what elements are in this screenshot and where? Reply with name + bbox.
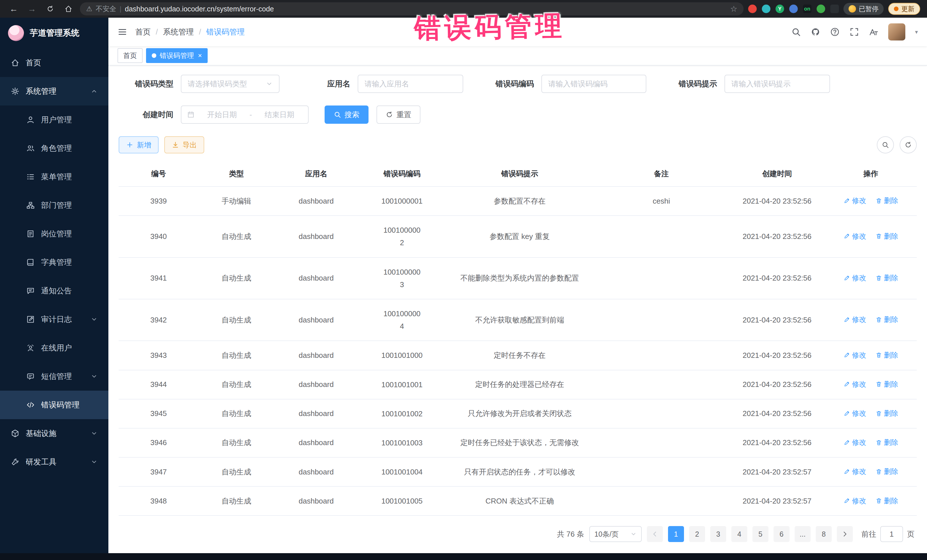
error-code-input[interactable] xyxy=(541,75,646,93)
fullscreen-icon[interactable] xyxy=(849,27,859,37)
extension-icon-green-y[interactable]: Y xyxy=(775,5,784,13)
table-header-row: 编号类型应用名错误码编码错误码提示备注创建时间操作 xyxy=(119,161,917,187)
edit-link[interactable]: 修改 xyxy=(843,408,866,418)
pager-page-2[interactable]: 2 xyxy=(689,526,705,542)
show-search-button[interactable] xyxy=(877,136,894,153)
sidebar-item-dept[interactable]: 部门管理 xyxy=(0,191,108,220)
address-bar[interactable]: ⚠ 不安全 | dashboard.yudao.iocoder.cn/syste… xyxy=(80,2,744,15)
delete-link[interactable]: 删除 xyxy=(875,438,898,447)
pager-page-8[interactable]: 8 xyxy=(816,526,832,542)
edit-link[interactable]: 修改 xyxy=(843,438,866,447)
edit-link[interactable]: 修改 xyxy=(843,315,866,324)
browser-reload-icon[interactable] xyxy=(43,5,57,13)
cell-code: 100100000 3 xyxy=(358,258,446,299)
extension-icon-dark-pin[interactable] xyxy=(830,5,839,13)
breadcrumb-item[interactable]: 错误码管理 xyxy=(206,27,245,37)
sidebar-item-system[interactable]: 系统管理 xyxy=(0,77,108,106)
bookmark-star-icon[interactable]: ☆ xyxy=(730,4,737,14)
delete-link[interactable]: 删除 xyxy=(875,379,898,389)
edit-link[interactable]: 修改 xyxy=(843,232,866,241)
sidebar-item-role[interactable]: 角色管理 xyxy=(0,134,108,162)
tab-error-code[interactable]: 错误码管理× xyxy=(146,48,208,63)
search-button[interactable]: 搜索 xyxy=(325,106,369,124)
error-type-select[interactable]: 请选择错误码类型 xyxy=(181,75,280,93)
pager-page-1[interactable]: 1 xyxy=(668,526,684,542)
sidebar-item-menu[interactable]: 菜单管理 xyxy=(0,162,108,191)
pager-prev-button[interactable] xyxy=(647,526,663,542)
extension-icon-green-dot[interactable] xyxy=(817,5,825,13)
avatar-caret-icon[interactable]: ▾ xyxy=(915,29,918,35)
sidebar-item-home[interactable]: 首页 xyxy=(0,49,108,77)
delete-link[interactable]: 删除 xyxy=(875,273,898,282)
delete-link[interactable]: 删除 xyxy=(875,196,898,205)
hamburger-icon[interactable] xyxy=(117,27,127,37)
pager-more[interactable]: ... xyxy=(795,526,811,542)
pager-page-5[interactable]: 5 xyxy=(752,526,768,542)
pager-next-button[interactable] xyxy=(837,526,853,542)
trash-icon xyxy=(875,497,882,504)
cell-code: 1001001001 xyxy=(358,370,446,399)
delete-link[interactable]: 删除 xyxy=(875,315,898,324)
sidebar-item-notice[interactable]: 通知公告 xyxy=(0,276,108,305)
trash-icon xyxy=(875,381,882,387)
delete-link[interactable]: 删除 xyxy=(875,232,898,241)
extension-icon-blue-grid[interactable] xyxy=(789,5,798,13)
sidebar-item-error-code[interactable]: 错误码管理 xyxy=(0,391,108,419)
sidebar-item-audit-log[interactable]: 审计日志 xyxy=(0,305,108,334)
cell-id: 3944 xyxy=(119,370,199,399)
paused-pill[interactable]: 已暂停 xyxy=(843,3,884,15)
page-size-select[interactable]: 10条/页 xyxy=(589,526,642,542)
date-range-picker[interactable]: 开始日期 - 结束日期 xyxy=(181,106,308,124)
sidebar-item-infra[interactable]: 基础设施 xyxy=(0,419,108,448)
search-icon[interactable] xyxy=(791,27,801,37)
sidebar-item-user[interactable]: 用户管理 xyxy=(0,106,108,134)
app-name-input[interactable] xyxy=(358,75,463,93)
refresh-table-button[interactable] xyxy=(900,136,917,153)
extension-icon-on-badge[interactable]: on xyxy=(803,5,812,13)
sidebar-item-sms[interactable]: 短信管理 xyxy=(0,362,108,391)
tab-close-icon[interactable]: × xyxy=(198,52,202,59)
pager-page-4[interactable]: 4 xyxy=(731,526,747,542)
github-icon[interactable] xyxy=(811,27,820,37)
export-button[interactable]: 导出 xyxy=(164,136,204,153)
op-label: 修改 xyxy=(852,496,866,505)
edit-link[interactable]: 修改 xyxy=(843,273,866,282)
sidebar-item-dict[interactable]: 字典管理 xyxy=(0,248,108,276)
delete-link[interactable]: 删除 xyxy=(875,408,898,418)
browser-home-icon[interactable] xyxy=(62,5,75,13)
edit-link[interactable]: 修改 xyxy=(843,196,866,205)
font-size-icon[interactable] xyxy=(869,27,878,37)
edit-link[interactable]: 修改 xyxy=(843,467,866,476)
edit-link[interactable]: 修改 xyxy=(843,351,866,360)
reset-button[interactable]: 重置 xyxy=(377,106,421,124)
table-row: 3939手动编辑dashboard1001000001参数配置不存在ceshi2… xyxy=(119,187,917,216)
sidebar-item-label: 在线用户 xyxy=(41,343,72,353)
edit-link[interactable]: 修改 xyxy=(843,379,866,389)
delete-link[interactable]: 删除 xyxy=(875,467,898,476)
error-hint-input[interactable] xyxy=(725,75,830,93)
search-icon xyxy=(881,141,889,149)
extension-icon-teal-drop[interactable] xyxy=(762,5,770,13)
breadcrumb-item[interactable]: 系统管理 xyxy=(163,27,194,37)
browser-forward-icon[interactable]: → xyxy=(25,4,39,14)
help-icon[interactable] xyxy=(830,27,840,37)
add-button[interactable]: 新增 xyxy=(119,136,159,153)
update-button[interactable]: 更新 xyxy=(888,3,920,15)
sidebar-item-online-user[interactable]: 在线用户 xyxy=(0,334,108,362)
sidebar-item-dev-tools[interactable]: 研发工具 xyxy=(0,448,108,476)
delete-link[interactable]: 删除 xyxy=(875,351,898,360)
tab-home[interactable]: 首页 xyxy=(117,48,143,63)
delete-link[interactable]: 删除 xyxy=(875,496,898,505)
add-button-label: 新增 xyxy=(137,140,151,150)
user-avatar[interactable] xyxy=(888,23,905,41)
breadcrumb-item[interactable]: 首页 xyxy=(135,27,150,37)
extension-icon-red-circle[interactable] xyxy=(748,5,757,13)
pager-page-3[interactable]: 3 xyxy=(710,526,726,542)
app-logo[interactable]: 芋道管理系统 xyxy=(0,18,108,49)
pager-page-6[interactable]: 6 xyxy=(774,526,790,542)
edit-link[interactable]: 修改 xyxy=(843,496,866,505)
browser-back-icon[interactable]: ← xyxy=(7,4,21,14)
goto-page-input[interactable] xyxy=(880,526,903,542)
sidebar-item-post[interactable]: 岗位管理 xyxy=(0,220,108,248)
cell-message: 只允许修改为开启或者关闭状态 xyxy=(446,399,594,428)
